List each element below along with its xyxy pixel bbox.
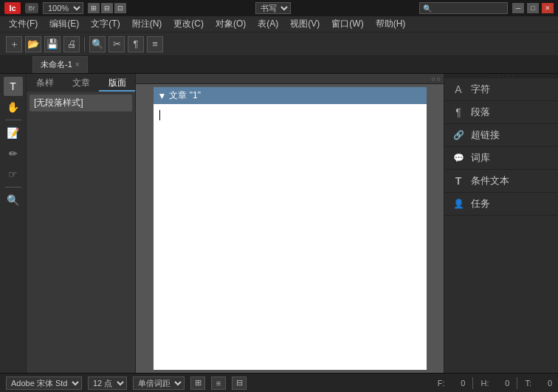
right-panel-conditional-text[interactable]: T 条件文本: [444, 170, 558, 193]
hyperlink-label: 超链接: [471, 128, 500, 142]
story-header-label: 文章 "1": [169, 89, 201, 102]
search-box[interactable]: 🔍: [419, 2, 508, 14]
f-value: 0: [447, 379, 465, 388]
ruler-icon-1: ○: [431, 75, 435, 83]
view-btn-1[interactable]: ⊞: [88, 3, 100, 13]
document-editor: ○ ○ ▼ 文章 "1": [136, 74, 444, 373]
right-panel-characters[interactable]: A 字符: [444, 78, 558, 101]
tool-note[interactable]: 📝: [4, 123, 23, 142]
h-value: 0: [492, 379, 509, 388]
ruler-icon-2: ○: [437, 75, 441, 83]
menu-object[interactable]: 对象(O): [210, 16, 252, 32]
tool-grab[interactable]: ☞: [4, 165, 23, 184]
font-size-select[interactable]: 12 点: [88, 376, 127, 390]
status-sep-1: [472, 377, 473, 389]
main-area: T ✋ 📝 ✏ ☞ 🔍 条样 文章 版面 [无段落样式] ○ ○: [0, 74, 558, 373]
view-mode-buttons: ⊞ ⊟ ⊡: [88, 3, 126, 13]
characters-icon: A: [452, 83, 465, 96]
zoom-select[interactable]: 100%: [43, 2, 83, 14]
statusbar: Adobe 宋体 Std 12 点 单倍词距 ⊞ ≡ ⊟ F: 0 H: 0 T…: [0, 373, 558, 392]
tool-sep-2: [5, 187, 21, 188]
status-icon-btn-1[interactable]: ⊞: [190, 376, 205, 390]
menu-text[interactable]: 文字(T): [85, 16, 125, 32]
conditional-text-label: 条件文本: [471, 174, 509, 188]
tab-document[interactable]: 未命名-1 ×: [32, 56, 88, 73]
tasks-label: 任务: [471, 197, 490, 210]
menu-window[interactable]: 窗口(W): [326, 16, 369, 32]
tool-zoom[interactable]: 🔍: [4, 190, 23, 210]
write-mode-select[interactable]: 书写: [255, 2, 291, 14]
document-content[interactable]: [154, 104, 427, 326]
view-btn-3[interactable]: ⊡: [114, 3, 126, 13]
characters-label: 字符: [471, 83, 490, 96]
paragraph-icon: ¶: [452, 106, 465, 119]
t-label: T:: [525, 379, 531, 388]
document-page: ▼ 文章 "1": [154, 87, 427, 370]
right-panel-vocabulary[interactable]: 💬 词库: [444, 147, 558, 170]
tabbar: 未命名-1 ×: [0, 56, 558, 74]
right-panel-tasks[interactable]: 👤 任务: [444, 193, 558, 216]
toolbar-sep-1: [84, 37, 85, 52]
window-controls: ─ □ ✕: [512, 3, 554, 13]
menu-button[interactable]: ≡: [147, 36, 163, 52]
menu-help[interactable]: 帮助(H): [370, 16, 412, 32]
ruler-top: ○ ○: [136, 74, 444, 84]
right-panel-paragraph[interactable]: ¶ 段落: [444, 101, 558, 124]
menu-view[interactable]: 视图(V): [284, 16, 326, 32]
ruler-controls: ○ ○: [431, 75, 441, 83]
find-button[interactable]: 🔍: [89, 36, 106, 52]
left-toolbar: T ✋ 📝 ✏ ☞ 🔍: [0, 74, 27, 373]
vocabulary-icon: 💬: [452, 151, 465, 165]
minimize-button[interactable]: ─: [512, 3, 524, 13]
menu-changes[interactable]: 更改(C): [168, 16, 210, 32]
line-spacing-select[interactable]: 单倍词距: [133, 376, 185, 390]
status-icon-btn-3[interactable]: ⊟: [232, 376, 247, 390]
tool-type[interactable]: T: [4, 77, 23, 96]
status-icon-btn-2[interactable]: ≡: [211, 376, 226, 390]
view-btn-2[interactable]: ⊟: [101, 3, 113, 13]
menu-table[interactable]: 表(A): [252, 16, 284, 32]
maximize-button[interactable]: □: [527, 3, 539, 13]
print-button[interactable]: 🖨: [63, 36, 80, 52]
tab-styles-layout[interactable]: 版面: [99, 74, 135, 92]
right-panel: · · · · · · A 字符 ¶ 段落 🔗 超链接 💬 词库 T 条件文本: [444, 74, 558, 373]
br-logo: Br: [25, 3, 38, 13]
styles-panel: 条样 文章 版面 [无段落样式]: [27, 74, 136, 373]
styles-body: [无段落样式]: [27, 92, 135, 114]
menu-notes[interactable]: 附注(N): [126, 16, 168, 32]
menu-edit[interactable]: 编辑(E): [44, 16, 85, 32]
tool-pen[interactable]: ✏: [4, 144, 23, 163]
style-item-no-paragraph[interactable]: [无段落样式]: [30, 94, 132, 111]
titlebar-right: 🔍 ─ □ ✕: [419, 2, 554, 14]
toolbar: ＋ 📂 💾 🖨 🔍 ✂ ¶ ≡: [0, 32, 558, 56]
story-header-icon: ▼: [158, 91, 167, 101]
content-area: 条样 文章 版面 [无段落样式] ○ ○ ▼ 文章 "1": [27, 74, 558, 373]
scissors-button[interactable]: ✂: [108, 36, 125, 52]
new-button[interactable]: ＋: [6, 36, 22, 52]
text-cursor: [159, 110, 160, 120]
open-button[interactable]: 📂: [25, 36, 41, 52]
titlebar: Ic Br 100% ⊞ ⊟ ⊡ 书写 🔍 ─ □ ✕: [0, 0, 558, 16]
document-body[interactable]: ▼ 文章 "1": [136, 84, 444, 373]
tab-styles-story[interactable]: 文章: [63, 74, 99, 92]
statusbar-field-f: F: 0: [438, 379, 466, 388]
font-family-select[interactable]: Adobe 宋体 Std: [6, 376, 82, 390]
vocabulary-label: 词库: [471, 151, 490, 165]
close-button[interactable]: ✕: [542, 3, 554, 13]
t-value: 0: [534, 379, 552, 388]
styles-tabs: 条样 文章 版面: [27, 74, 135, 92]
menubar: 文件(F) 编辑(E) 文字(T) 附注(N) 更改(C) 对象(O) 表(A)…: [0, 16, 558, 32]
tab-label: 未命名-1: [41, 59, 72, 70]
save-button[interactable]: 💾: [44, 36, 61, 52]
tab-close-button[interactable]: ×: [75, 61, 80, 69]
statusbar-field-t: T: 0: [525, 379, 552, 388]
conditional-text-icon: T: [452, 174, 465, 188]
h-label: H:: [480, 379, 489, 388]
titlebar-left: Ic Br 100% ⊞ ⊟ ⊡: [4, 2, 126, 14]
paragraph-button[interactable]: ¶: [128, 36, 144, 52]
right-panel-hyperlink[interactable]: 🔗 超链接: [444, 124, 558, 147]
title-center: 书写: [126, 2, 419, 14]
menu-file[interactable]: 文件(F): [3, 16, 44, 32]
tool-hand[interactable]: ✋: [4, 97, 23, 117]
tab-styles-character[interactable]: 条样: [27, 74, 63, 92]
